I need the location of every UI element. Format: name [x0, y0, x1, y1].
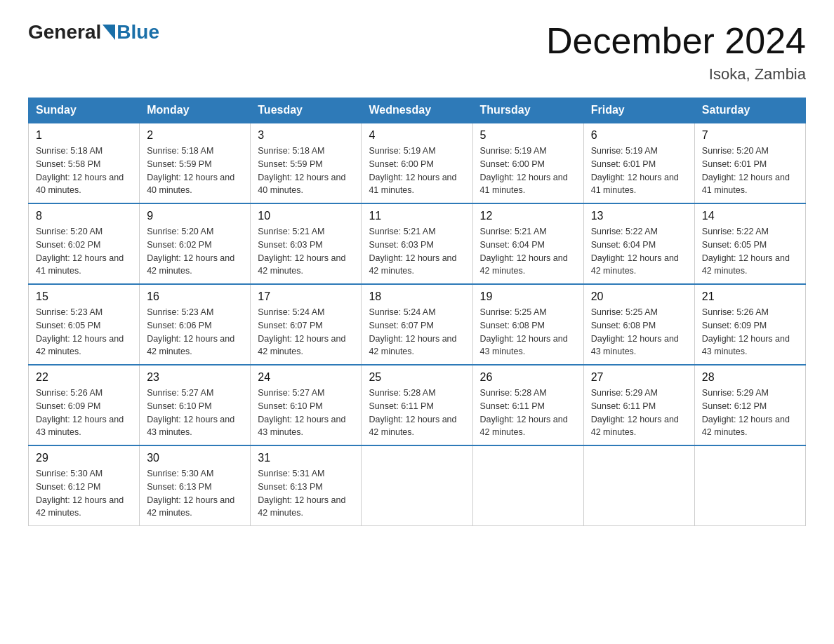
calendar-cell: 31 Sunrise: 5:31 AM Sunset: 6:13 PM Dayl… — [251, 445, 362, 526]
day-number: 1 — [36, 129, 132, 142]
calendar-cell: 16 Sunrise: 5:23 AM Sunset: 6:06 PM Dayl… — [140, 284, 251, 365]
calendar-cell: 13 Sunrise: 5:22 AM Sunset: 6:04 PM Dayl… — [583, 203, 694, 284]
day-info: Sunrise: 5:30 AM Sunset: 6:12 PM Dayligh… — [36, 467, 132, 520]
col-saturday: Saturday — [694, 98, 805, 123]
day-info: Sunrise: 5:26 AM Sunset: 6:09 PM Dayligh… — [36, 387, 132, 439]
calendar-cell: 27 Sunrise: 5:29 AM Sunset: 6:11 PM Dayl… — [583, 365, 694, 445]
day-number: 24 — [258, 371, 354, 384]
col-sunday: Sunday — [29, 98, 140, 123]
calendar-cell: 21 Sunrise: 5:26 AM Sunset: 6:09 PM Dayl… — [694, 284, 805, 365]
calendar-cell — [694, 445, 805, 526]
calendar-cell: 2 Sunrise: 5:18 AM Sunset: 5:59 PM Dayli… — [140, 123, 251, 203]
calendar-cell: 17 Sunrise: 5:24 AM Sunset: 6:07 PM Dayl… — [251, 284, 362, 365]
week-row-2: 8 Sunrise: 5:20 AM Sunset: 6:02 PM Dayli… — [29, 203, 806, 284]
calendar-cell: 30 Sunrise: 5:30 AM Sunset: 6:13 PM Dayl… — [140, 445, 251, 526]
col-tuesday: Tuesday — [251, 98, 362, 123]
day-number: 8 — [36, 210, 132, 222]
day-info: Sunrise: 5:18 AM Sunset: 5:59 PM Dayligh… — [147, 145, 243, 197]
day-number: 7 — [702, 129, 798, 142]
calendar-cell: 8 Sunrise: 5:20 AM Sunset: 6:02 PM Dayli… — [29, 203, 140, 284]
day-info: Sunrise: 5:28 AM Sunset: 6:11 PM Dayligh… — [369, 387, 465, 439]
calendar-cell: 24 Sunrise: 5:27 AM Sunset: 6:10 PM Dayl… — [251, 365, 362, 445]
day-number: 20 — [591, 290, 687, 303]
day-number: 25 — [369, 371, 465, 384]
col-thursday: Thursday — [472, 98, 583, 123]
week-row-5: 29 Sunrise: 5:30 AM Sunset: 6:12 PM Dayl… — [29, 445, 806, 526]
day-number: 16 — [147, 290, 243, 303]
calendar-cell: 29 Sunrise: 5:30 AM Sunset: 6:12 PM Dayl… — [29, 445, 140, 526]
day-number: 18 — [369, 290, 465, 303]
calendar-cell: 11 Sunrise: 5:21 AM Sunset: 6:03 PM Dayl… — [362, 203, 472, 284]
day-number: 19 — [480, 290, 576, 303]
calendar-cell — [583, 445, 694, 526]
day-info: Sunrise: 5:20 AM Sunset: 6:01 PM Dayligh… — [702, 145, 798, 197]
calendar-cell: 14 Sunrise: 5:22 AM Sunset: 6:05 PM Dayl… — [694, 203, 805, 284]
day-info: Sunrise: 5:23 AM Sunset: 6:06 PM Dayligh… — [147, 306, 243, 358]
logo-blue-text: Blue — [117, 21, 159, 43]
calendar-cell: 3 Sunrise: 5:18 AM Sunset: 5:59 PM Dayli… — [251, 123, 362, 203]
day-number: 28 — [702, 371, 798, 384]
calendar-cell: 28 Sunrise: 5:29 AM Sunset: 6:12 PM Dayl… — [694, 365, 805, 445]
day-number: 27 — [591, 371, 687, 384]
day-info: Sunrise: 5:31 AM Sunset: 6:13 PM Dayligh… — [258, 467, 354, 520]
day-info: Sunrise: 5:22 AM Sunset: 6:05 PM Dayligh… — [702, 225, 798, 278]
day-info: Sunrise: 5:30 AM Sunset: 6:13 PM Dayligh… — [147, 467, 243, 520]
col-friday: Friday — [583, 98, 694, 123]
location-label: Isoka, Zambia — [546, 65, 806, 83]
calendar-cell: 4 Sunrise: 5:19 AM Sunset: 6:00 PM Dayli… — [362, 123, 472, 203]
calendar-cell: 23 Sunrise: 5:27 AM Sunset: 6:10 PM Dayl… — [140, 365, 251, 445]
day-info: Sunrise: 5:27 AM Sunset: 6:10 PM Dayligh… — [258, 387, 354, 439]
week-row-4: 22 Sunrise: 5:26 AM Sunset: 6:09 PM Dayl… — [29, 365, 806, 445]
day-number: 10 — [258, 210, 354, 222]
day-info: Sunrise: 5:21 AM Sunset: 6:04 PM Dayligh… — [480, 225, 576, 278]
day-number: 29 — [36, 452, 132, 464]
calendar-cell — [362, 445, 472, 526]
page-header: General Blue December 2024 Isoka, Zambia — [28, 21, 806, 83]
day-info: Sunrise: 5:21 AM Sunset: 6:03 PM Dayligh… — [369, 225, 465, 278]
calendar-cell: 7 Sunrise: 5:20 AM Sunset: 6:01 PM Dayli… — [694, 123, 805, 203]
day-info: Sunrise: 5:28 AM Sunset: 6:11 PM Dayligh… — [480, 387, 576, 439]
day-number: 2 — [147, 129, 243, 142]
day-number: 14 — [702, 210, 798, 222]
day-number: 5 — [480, 129, 576, 142]
day-info: Sunrise: 5:19 AM Sunset: 6:00 PM Dayligh… — [480, 145, 576, 197]
day-number: 26 — [480, 371, 576, 384]
calendar-cell: 5 Sunrise: 5:19 AM Sunset: 6:00 PM Dayli… — [472, 123, 583, 203]
week-row-3: 15 Sunrise: 5:23 AM Sunset: 6:05 PM Dayl… — [29, 284, 806, 365]
month-title: December 2024 — [546, 21, 806, 61]
calendar-cell: 26 Sunrise: 5:28 AM Sunset: 6:11 PM Dayl… — [472, 365, 583, 445]
calendar-cell: 25 Sunrise: 5:28 AM Sunset: 6:11 PM Dayl… — [362, 365, 472, 445]
day-info: Sunrise: 5:24 AM Sunset: 6:07 PM Dayligh… — [369, 306, 465, 358]
day-number: 17 — [258, 290, 354, 303]
day-number: 31 — [258, 452, 354, 464]
day-number: 30 — [147, 452, 243, 464]
calendar-table: Sunday Monday Tuesday Wednesday Thursday… — [28, 98, 806, 526]
day-number: 11 — [369, 210, 465, 222]
calendar-cell: 9 Sunrise: 5:20 AM Sunset: 6:02 PM Dayli… — [140, 203, 251, 284]
day-info: Sunrise: 5:21 AM Sunset: 6:03 PM Dayligh… — [258, 225, 354, 278]
day-info: Sunrise: 5:26 AM Sunset: 6:09 PM Dayligh… — [702, 306, 798, 358]
calendar-cell: 1 Sunrise: 5:18 AM Sunset: 5:58 PM Dayli… — [29, 123, 140, 203]
calendar-cell: 15 Sunrise: 5:23 AM Sunset: 6:05 PM Dayl… — [29, 284, 140, 365]
day-info: Sunrise: 5:29 AM Sunset: 6:12 PM Dayligh… — [702, 387, 798, 439]
day-number: 6 — [591, 129, 687, 142]
logo: General Blue — [28, 21, 159, 43]
day-info: Sunrise: 5:24 AM Sunset: 6:07 PM Dayligh… — [258, 306, 354, 358]
day-number: 3 — [258, 129, 354, 142]
logo-triangle-icon — [102, 25, 115, 40]
day-number: 22 — [36, 371, 132, 384]
day-info: Sunrise: 5:25 AM Sunset: 6:08 PM Dayligh… — [591, 306, 687, 358]
day-number: 21 — [702, 290, 798, 303]
day-info: Sunrise: 5:20 AM Sunset: 6:02 PM Dayligh… — [36, 225, 132, 278]
col-monday: Monday — [140, 98, 251, 123]
day-info: Sunrise: 5:20 AM Sunset: 6:02 PM Dayligh… — [147, 225, 243, 278]
calendar-cell: 6 Sunrise: 5:19 AM Sunset: 6:01 PM Dayli… — [583, 123, 694, 203]
calendar-cell: 18 Sunrise: 5:24 AM Sunset: 6:07 PM Dayl… — [362, 284, 472, 365]
calendar-cell — [472, 445, 583, 526]
day-info: Sunrise: 5:29 AM Sunset: 6:11 PM Dayligh… — [591, 387, 687, 439]
day-info: Sunrise: 5:18 AM Sunset: 5:58 PM Dayligh… — [36, 145, 132, 197]
day-number: 9 — [147, 210, 243, 222]
day-info: Sunrise: 5:27 AM Sunset: 6:10 PM Dayligh… — [147, 387, 243, 439]
col-wednesday: Wednesday — [362, 98, 472, 123]
calendar-cell: 19 Sunrise: 5:25 AM Sunset: 6:08 PM Dayl… — [472, 284, 583, 365]
